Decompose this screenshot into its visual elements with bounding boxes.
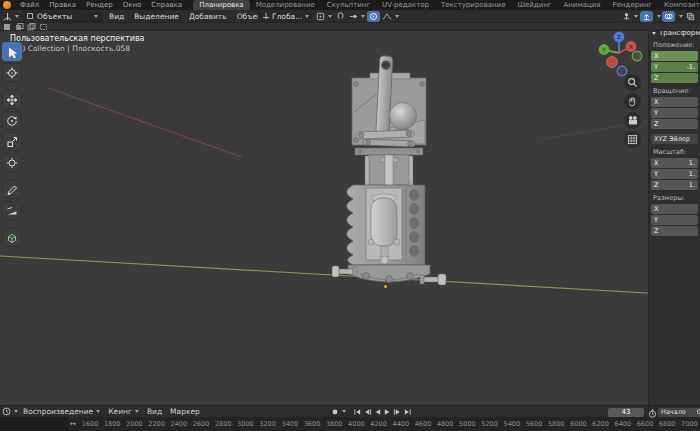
value-slider-x[interactable]: X <box>651 204 698 214</box>
editor-type-button[interactable] <box>3 11 19 22</box>
play-reverse-button[interactable] <box>372 407 382 417</box>
timeline-menu[interactable]: Воспроизведение <box>19 407 104 416</box>
chevron-down-icon <box>96 410 100 413</box>
gizmo-z-neg-axis[interactable] <box>617 66 627 76</box>
add-cube-tool-button[interactable] <box>2 228 22 247</box>
start-frame-field[interactable]: Начало 0 <box>658 408 700 417</box>
timeline-header: ВоспроизведениеКеингВидМаркер 43 Начало … <box>0 405 700 417</box>
value-slider-x[interactable]: X <box>651 97 698 107</box>
timeline-ruler[interactable]: ↔ 16001800200022002400260028003000320034… <box>0 417 700 431</box>
scrollbar-handle-icon[interactable]: ↔ <box>70 420 76 428</box>
topbar-menu[interactable]: Файл <box>15 1 44 9</box>
value-slider-z[interactable]: Z1. <box>651 180 698 190</box>
workspace-tab[interactable]: Анимация <box>557 0 606 10</box>
jump-to-start-button[interactable] <box>352 407 362 417</box>
snap-target-button[interactable] <box>349 11 365 22</box>
orientation-dropdown[interactable]: Глоба... <box>258 11 313 22</box>
xray-toggle[interactable] <box>684 11 697 22</box>
workspace-tab[interactable]: Моделирование <box>250 0 321 10</box>
timeline-menu[interactable]: Кеинг <box>104 407 143 416</box>
select-mode-intersect-button[interactable] <box>39 23 48 30</box>
scale-tool-button[interactable] <box>2 132 22 151</box>
3d-model[interactable] <box>330 52 450 307</box>
camera-icon <box>627 115 639 126</box>
workspace-tab[interactable]: Шейдинг <box>511 0 557 10</box>
workspace-tab[interactable]: Композитинг <box>658 0 700 10</box>
workspace-tab[interactable]: Рендеринг <box>607 0 659 10</box>
topbar-menu[interactable]: Справка <box>146 1 187 9</box>
snap-toggle-button[interactable] <box>334 11 347 22</box>
workspace-tab[interactable]: Планировка <box>193 0 250 10</box>
hand-icon <box>627 96 638 107</box>
select-box-tool-button[interactable] <box>2 42 22 61</box>
gizmo-x-neg-axis[interactable] <box>607 57 618 68</box>
show-gizmos-toggle[interactable] <box>640 11 653 22</box>
rotation-mode-dropdown[interactable]: XYZ Эйлер <box>651 134 698 144</box>
value-slider-y[interactable]: Y <box>651 215 698 225</box>
viewport-menu[interactable]: Выделение <box>129 12 184 21</box>
chevron-down-icon <box>328 15 332 18</box>
viewport-menu[interactable]: Добавить <box>184 12 232 21</box>
chevron-down-icon <box>395 15 399 18</box>
value-slider-y[interactable]: Y1. <box>651 169 698 179</box>
annotate-tool-button[interactable] <box>2 180 22 199</box>
overlays-icon <box>664 12 673 21</box>
timeline-menu[interactable]: Вид <box>143 407 166 416</box>
section-label: Вращение: <box>653 87 700 95</box>
pan-view-button[interactable] <box>624 93 641 110</box>
show-overlays-toggle[interactable] <box>662 11 675 22</box>
topbar-menu[interactable]: Правка <box>44 1 81 9</box>
proportional-editing-button[interactable] <box>367 11 380 22</box>
active-object-breadcrumb: (43) Collection | Плоскость.058 <box>10 44 145 54</box>
magnet-icon <box>336 12 345 21</box>
select-mode-subtract-button[interactable] <box>27 23 36 30</box>
transform-tool-button[interactable] <box>2 153 22 172</box>
workspace-tab[interactable]: UV-редактор <box>376 0 435 10</box>
timeline-menu-label: Воспроизведение <box>23 407 93 416</box>
topbar-menu[interactable]: Окно <box>118 1 147 9</box>
orientation-label: Глоба... <box>272 12 302 21</box>
show-gizmo-button[interactable] <box>622 11 638 22</box>
value-slider-z[interactable]: Z <box>651 73 698 83</box>
record-dot-icon <box>331 408 339 416</box>
play-button[interactable] <box>382 407 392 417</box>
falloff-button[interactable] <box>382 11 399 22</box>
prev-keyframe-button[interactable] <box>362 407 372 417</box>
blender-logo-icon[interactable] <box>3 1 11 9</box>
measure-tool-button[interactable] <box>2 201 22 220</box>
rotate-tool-button[interactable] <box>2 111 22 130</box>
select-mode-new-button[interactable] <box>3 23 12 30</box>
chevron-down-icon[interactable] <box>679 15 683 18</box>
value-slider-y[interactable]: Y-1. <box>651 62 698 72</box>
next-keyframe-button[interactable] <box>392 407 402 417</box>
timeline-editor-type-button[interactable] <box>2 406 18 417</box>
jump-to-end-button[interactable] <box>402 407 412 417</box>
current-frame-field[interactable]: 43 <box>608 408 644 417</box>
gizmo-y-neg-axis[interactable] <box>632 51 642 61</box>
grid-icon <box>627 134 638 145</box>
camera-view-button[interactable] <box>624 112 641 129</box>
axis-label: X <box>654 159 658 167</box>
select-mode-extend-button[interactable] <box>15 23 24 30</box>
zoom-view-button[interactable] <box>624 74 641 91</box>
value-slider-z[interactable]: Z <box>651 226 698 236</box>
auto-key-button[interactable] <box>331 406 346 417</box>
mode-dropdown[interactable]: Объекты <box>22 11 102 22</box>
value-slider-y[interactable]: Y <box>651 108 698 118</box>
value-slider-z[interactable]: Z <box>651 119 698 129</box>
viewport-menu[interactable]: Вид <box>104 12 129 21</box>
cursor-tool-button[interactable] <box>2 63 22 82</box>
toggle-ortho-button[interactable] <box>624 131 641 148</box>
topbar: ФайлПравкаРендерОкноСправка ПланировкаМо… <box>0 0 700 10</box>
chevron-down-icon[interactable] <box>657 15 661 18</box>
value-slider-x[interactable]: X <box>651 51 698 61</box>
navigation-gizmo[interactable]: Z X Y <box>592 28 648 80</box>
value-slider-x[interactable]: X1. <box>651 158 698 168</box>
topbar-menu[interactable]: Рендер <box>81 1 118 9</box>
timeline-menu[interactable]: Маркер <box>166 407 204 416</box>
pivot-point-button[interactable] <box>316 11 332 22</box>
move-tool-button[interactable] <box>2 90 22 109</box>
workspace-tab[interactable]: Текстурирование <box>435 0 511 10</box>
workspace-tab[interactable]: Скульптинг <box>321 0 376 10</box>
chevron-down-icon <box>94 15 98 18</box>
